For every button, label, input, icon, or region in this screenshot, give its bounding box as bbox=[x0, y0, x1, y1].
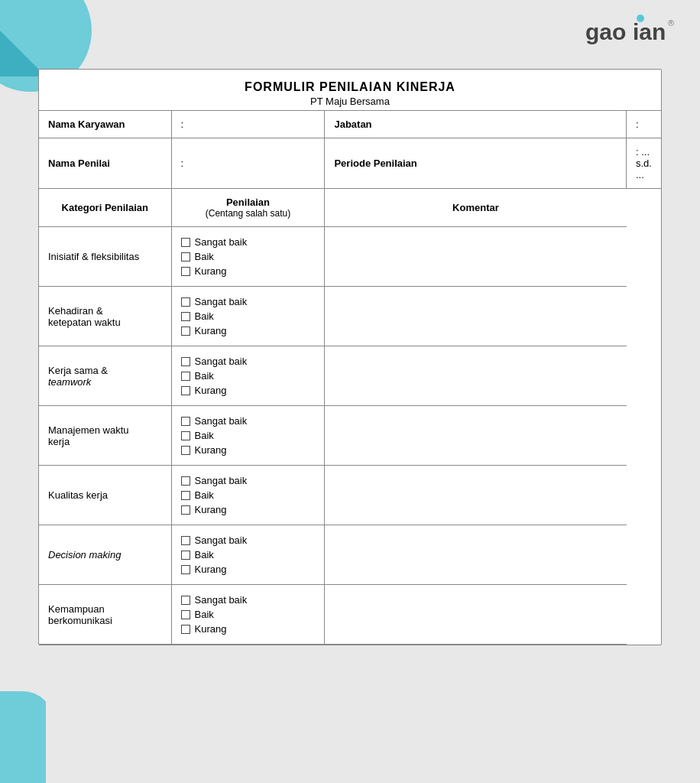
komentar-cell bbox=[325, 466, 627, 525]
kategori-cell: Kualitas kerja bbox=[39, 466, 171, 525]
col-penilaian-title: Penilaian bbox=[226, 197, 270, 208]
checkbox-icon[interactable] bbox=[181, 372, 190, 381]
jabatan-label: Jabatan bbox=[325, 111, 627, 138]
checkbox-icon[interactable] bbox=[181, 610, 190, 619]
checkbox-list: Sangat baik Baik Kurang bbox=[181, 534, 316, 575]
kategori-cell: Kerja sama &teamwork bbox=[39, 346, 171, 406]
nama-karyawan-value: : bbox=[171, 111, 325, 138]
list-item: Baik bbox=[181, 489, 316, 501]
kategori-label: Inisiatif & fleksibilitas bbox=[48, 251, 139, 262]
list-item: Baik bbox=[181, 251, 316, 262]
checkbox-icon[interactable] bbox=[181, 476, 190, 486]
checkbox-icon[interactable] bbox=[181, 596, 190, 605]
table-row: Kehadiran &ketepatan waktu Sangat baik B… bbox=[39, 287, 661, 346]
option-label: Baik bbox=[195, 370, 214, 382]
option-label: Baik bbox=[195, 251, 214, 262]
logo-area: gao ian ® bbox=[585, 14, 677, 50]
penilaian-cell: Sangat baik Baik Kurang bbox=[171, 585, 325, 645]
penilaian-cell: Sangat baik Baik Kurang bbox=[171, 287, 325, 346]
periode-value: : ... s.d. ... bbox=[627, 138, 662, 189]
list-item: Baik bbox=[181, 549, 316, 560]
option-label: Sangat baik bbox=[195, 296, 248, 307]
italic-label: teamwork bbox=[48, 376, 91, 388]
decision-making-label: Decision making bbox=[48, 549, 121, 560]
option-label: Kurang bbox=[195, 504, 227, 515]
checkbox-icon[interactable] bbox=[181, 327, 190, 336]
checkbox-icon[interactable] bbox=[181, 312, 190, 321]
komentar-cell bbox=[325, 287, 627, 346]
option-label: Baik bbox=[195, 310, 214, 322]
svg-text:gao: gao bbox=[585, 19, 626, 44]
form-title-row: FORMULIR PENILAIAN KINERJA PT Maju Bersa… bbox=[39, 70, 661, 111]
periode-label: Periode Penilaian bbox=[325, 138, 627, 189]
list-item: Kurang bbox=[181, 504, 316, 515]
option-label: Kurang bbox=[195, 265, 227, 277]
checkbox-list: Sangat baik Baik Kurang bbox=[181, 236, 316, 277]
list-item: Kurang bbox=[181, 385, 316, 396]
list-item: Kurang bbox=[181, 623, 316, 635]
checkbox-list: Sangat baik Baik Kurang bbox=[181, 296, 316, 336]
list-item: Sangat baik bbox=[181, 594, 316, 606]
checkbox-icon[interactable] bbox=[181, 357, 190, 366]
col-kategori-header: Kategori Penilaian bbox=[39, 189, 171, 227]
col-penilaian-header: Penilaian (Centang salah satu) bbox=[171, 189, 325, 227]
list-item: Sangat baik bbox=[181, 236, 316, 248]
option-label: Sangat baik bbox=[195, 534, 248, 546]
list-item: Kurang bbox=[181, 444, 316, 456]
gaodian-logo-icon: gao ian ® bbox=[585, 14, 677, 50]
option-label: Sangat baik bbox=[195, 356, 248, 367]
list-item: Baik bbox=[181, 430, 316, 441]
option-label: Kurang bbox=[195, 623, 227, 635]
option-label: Kurang bbox=[195, 385, 227, 396]
checkbox-icon[interactable] bbox=[181, 267, 190, 276]
kategori-cell: Kemampuanberkomunikasi bbox=[39, 585, 171, 645]
list-item: Baik bbox=[181, 609, 316, 620]
checkbox-icon[interactable] bbox=[181, 491, 190, 500]
checkbox-icon[interactable] bbox=[181, 565, 190, 574]
option-label: Sangat baik bbox=[195, 475, 248, 486]
table-row: Manajemen waktukerja Sangat baik Baik Ku… bbox=[39, 406, 661, 466]
komentar-cell bbox=[325, 585, 627, 645]
kategori-cell: Decision making bbox=[39, 525, 171, 585]
corner-decoration-bottom-left bbox=[0, 691, 46, 783]
list-item: Sangat baik bbox=[181, 415, 316, 427]
table-row: Kemampuanberkomunikasi Sangat baik Baik … bbox=[39, 585, 661, 645]
option-label: Kurang bbox=[195, 325, 227, 336]
checkbox-icon[interactable] bbox=[181, 505, 190, 515]
svg-text:ian: ian bbox=[633, 19, 666, 44]
nama-karyawan-row: Nama Karyawan : Jabatan : bbox=[39, 111, 661, 138]
checkbox-icon[interactable] bbox=[181, 238, 190, 247]
column-header-row: Kategori Penilaian Penilaian (Centang sa… bbox=[39, 189, 661, 227]
table-row: Inisiatif & fleksibilitas Sangat baik Ba… bbox=[39, 227, 661, 287]
checkbox-icon[interactable] bbox=[181, 625, 190, 634]
jabatan-value: : bbox=[627, 111, 662, 138]
option-label: Kurang bbox=[195, 564, 227, 575]
checkbox-icon[interactable] bbox=[181, 297, 190, 307]
checkbox-icon[interactable] bbox=[181, 386, 190, 395]
list-item: Kurang bbox=[181, 325, 316, 336]
checkbox-list: Sangat baik Baik Kurang bbox=[181, 594, 316, 635]
komentar-cell bbox=[325, 406, 627, 466]
komentar-cell bbox=[325, 525, 627, 585]
list-item: Sangat baik bbox=[181, 356, 316, 367]
checkbox-icon[interactable] bbox=[181, 551, 190, 560]
form-container: FORMULIR PENILAIAN KINERJA PT Maju Bersa… bbox=[38, 69, 662, 645]
page-content: FORMULIR PENILAIAN KINERJA PT Maju Bersa… bbox=[0, 0, 700, 676]
checkbox-icon[interactable] bbox=[181, 431, 190, 440]
form-title: FORMULIR PENILAIAN KINERJA bbox=[47, 80, 653, 94]
list-item: Baik bbox=[181, 370, 316, 382]
checkbox-icon[interactable] bbox=[181, 252, 190, 262]
komentar-cell bbox=[325, 346, 627, 406]
option-label: Sangat baik bbox=[195, 415, 248, 427]
option-label: Sangat baik bbox=[195, 594, 248, 606]
penilaian-cell: Sangat baik Baik Kurang bbox=[171, 346, 325, 406]
list-item: Sangat baik bbox=[181, 534, 316, 546]
list-item: Sangat baik bbox=[181, 475, 316, 486]
checkbox-icon[interactable] bbox=[181, 417, 190, 426]
checkbox-icon[interactable] bbox=[181, 536, 190, 545]
kategori-cell: Kehadiran &ketepatan waktu bbox=[39, 287, 171, 346]
option-label: Kurang bbox=[195, 444, 227, 456]
list-item: Kurang bbox=[181, 564, 316, 575]
checkbox-icon[interactable] bbox=[181, 446, 190, 455]
checkbox-list: Sangat baik Baik Kurang bbox=[181, 475, 316, 515]
